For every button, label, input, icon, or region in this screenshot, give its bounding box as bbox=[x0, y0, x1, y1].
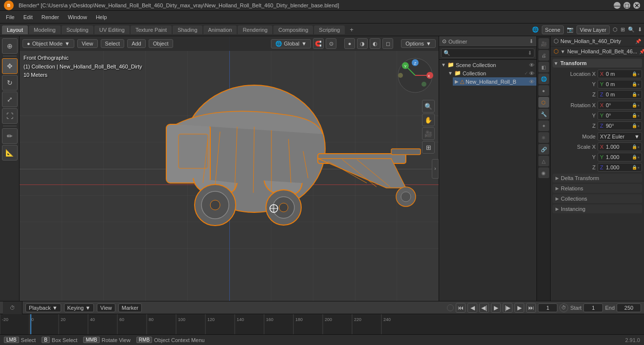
location-y-field[interactable]: Y 0 m 🔒 ● bbox=[598, 80, 642, 89]
viewport-shading-material[interactable]: ◑ bbox=[357, 38, 368, 49]
viewport-shading-wireframe[interactable]: ◻ bbox=[382, 38, 393, 49]
keyframe-dot-z[interactable]: ● bbox=[637, 92, 640, 97]
lock-rot-y[interactable]: 🔒 bbox=[632, 113, 637, 118]
proportional-edit-button[interactable]: ⊙ bbox=[326, 38, 336, 49]
tab-shading[interactable]: Shading bbox=[173, 25, 202, 34]
lock-scale-x[interactable]: 🔒 bbox=[632, 144, 637, 149]
camera-view-button[interactable]: 🎥 bbox=[422, 127, 435, 140]
tab-modeling[interactable]: Modeling bbox=[29, 25, 61, 34]
options-button[interactable]: Options ▼ bbox=[401, 39, 436, 48]
collections-section[interactable]: ▶ Collections bbox=[553, 194, 642, 203]
prop-tab-modifier[interactable]: 🔧 bbox=[538, 109, 549, 119]
tab-layout[interactable]: Layout bbox=[2, 25, 28, 34]
outliner-filter-icon[interactable]: ⬇ bbox=[529, 38, 533, 45]
menu-window[interactable]: Window bbox=[64, 13, 91, 21]
view-menu-timeline[interactable]: View bbox=[97, 303, 115, 312]
tab-animation[interactable]: Animation bbox=[203, 25, 237, 34]
outliner-item-object[interactable]: ▶ △ New_Holland_Roll_B 👁 bbox=[453, 77, 536, 86]
select-menu[interactable]: Select bbox=[101, 39, 125, 48]
transform-tool-btn[interactable]: ⛶ bbox=[2, 108, 18, 124]
keying-menu[interactable]: Keying ▼ bbox=[64, 303, 94, 312]
object-mode-button[interactable]: ● Object Mode ▼ bbox=[22, 39, 74, 48]
scale-y-field[interactable]: Y 1.000 🔒 ● bbox=[598, 153, 642, 161]
prop-tab-render[interactable]: 🎥 bbox=[538, 38, 549, 49]
next-keyframe-button[interactable]: |▶ bbox=[503, 303, 512, 313]
end-frame-input[interactable] bbox=[617, 303, 641, 312]
snap-button[interactable]: 🧲 bbox=[313, 38, 324, 49]
window-controls[interactable]: — □ ✕ bbox=[614, 2, 640, 9]
outliner-filter-btn[interactable]: ⬇ bbox=[528, 50, 532, 56]
prop-tab-data[interactable]: △ bbox=[538, 156, 549, 166]
toggle-quad-view-button[interactable]: ⊞ bbox=[422, 141, 435, 154]
add-menu[interactable]: Add bbox=[127, 39, 146, 48]
outliner-item-scene-collection[interactable]: ▼ 📁 Scene Collection 👁 bbox=[439, 61, 536, 69]
eye-icon-collection[interactable]: 👁 bbox=[529, 70, 534, 76]
lock-scale-y[interactable]: 🔒 bbox=[632, 155, 637, 160]
fps-button[interactable]: ⏱ bbox=[559, 303, 568, 312]
lock-rot-z[interactable]: 🔒 bbox=[632, 123, 637, 128]
menu-edit[interactable]: Edit bbox=[20, 13, 37, 21]
outliner-search-input[interactable] bbox=[452, 50, 526, 56]
keyframe-dot[interactable]: ● bbox=[637, 72, 640, 76]
transform-space-button[interactable]: 🌐 Global ▼ bbox=[271, 39, 311, 48]
prop-tab-particles[interactable]: ✦ bbox=[538, 120, 549, 131]
timeline-body[interactable]: -20 0 20 40 60 80 100 120 140 bbox=[0, 314, 644, 334]
viewport-shading-rendered[interactable]: ◐ bbox=[370, 38, 380, 49]
prop-tab-view-layer[interactable]: ◧ bbox=[538, 62, 549, 72]
obj-dropdown-icon[interactable]: ▼ bbox=[560, 49, 565, 54]
pin-icon[interactable]: 📌 bbox=[635, 39, 641, 44]
scale-x-field[interactable]: X 1.000 🔒 ● bbox=[598, 142, 642, 151]
prev-frame-button[interactable]: ◀ bbox=[467, 303, 477, 313]
eye-icon[interactable]: 👁 bbox=[529, 62, 534, 68]
prop-tab-world[interactable]: ● bbox=[538, 85, 549, 96]
prop-tab-scene[interactable]: 🌐 bbox=[538, 73, 549, 84]
location-z-field[interactable]: Z 0 m 🔒 ● bbox=[598, 90, 642, 99]
close-button[interactable]: ✕ bbox=[633, 2, 640, 9]
viewport[interactable]: ● Object Mode ▼ View Select Add Object 🌐… bbox=[20, 36, 439, 301]
lock-icon[interactable]: 🔒 bbox=[632, 71, 637, 76]
prop-tab-material[interactable]: ◉ bbox=[538, 167, 549, 178]
eye-icon-object[interactable]: 👁 bbox=[529, 79, 534, 85]
lock-rot-x[interactable]: 🔒 bbox=[632, 103, 637, 108]
rotation-x-field[interactable]: X 0° 🔒 ● bbox=[598, 101, 642, 110]
current-frame-input[interactable] bbox=[538, 303, 557, 312]
tab-texture-paint[interactable]: Texture Paint bbox=[131, 25, 172, 34]
prop-tab-physics[interactable]: ⚛ bbox=[538, 132, 549, 143]
measure-tool-btn[interactable]: 📐 bbox=[2, 145, 18, 161]
annotate-tool-btn[interactable]: ✏ bbox=[2, 128, 18, 144]
kf-scale-x[interactable]: ● bbox=[637, 145, 640, 149]
tab-rendering[interactable]: Rendering bbox=[238, 25, 272, 34]
tab-sculpting[interactable]: Sculpting bbox=[62, 25, 93, 34]
cursor-tool-btn[interactable]: ⊕ bbox=[2, 38, 18, 54]
menu-render[interactable]: Render bbox=[38, 13, 63, 21]
kf-rot-x[interactable]: ● bbox=[637, 103, 640, 108]
menu-help[interactable]: Help bbox=[92, 13, 111, 21]
lock-scale-z[interactable]: 🔒 bbox=[632, 165, 637, 170]
tab-uv-editing[interactable]: UV Editing bbox=[94, 25, 130, 34]
start-frame-input[interactable] bbox=[583, 303, 603, 312]
keyframe-dot-y[interactable]: ● bbox=[637, 82, 640, 87]
lock-icon-z[interactable]: 🔒 bbox=[632, 92, 637, 97]
play-button[interactable]: ▶ bbox=[491, 303, 501, 313]
kf-rot-y[interactable]: ● bbox=[637, 114, 640, 118]
prev-keyframe-button[interactable]: ◀| bbox=[479, 303, 489, 313]
mode-dropdown[interactable]: XYZ Euler ▼ bbox=[598, 132, 642, 141]
tab-scripting[interactable]: Scripting bbox=[314, 25, 345, 34]
rotation-z-field[interactable]: Z 90° 🔒 ● bbox=[598, 121, 642, 130]
minimize-button[interactable]: — bbox=[614, 2, 621, 9]
outliner-item-collection[interactable]: ▼ 📁 Collection ✓ 👁 bbox=[446, 69, 536, 77]
prop-tab-constraints[interactable]: 🔗 bbox=[538, 144, 549, 155]
kf-scale-y[interactable]: ● bbox=[637, 155, 640, 160]
scene-selector[interactable]: Scene bbox=[542, 25, 564, 34]
check-icon[interactable]: ✓ bbox=[524, 70, 528, 76]
kf-rot-z[interactable]: ● bbox=[637, 124, 640, 128]
location-x-field[interactable]: X 0 m 🔒 ● bbox=[598, 69, 642, 78]
marker-menu[interactable]: Marker bbox=[118, 303, 142, 312]
relations-section[interactable]: ▶ Relations bbox=[553, 184, 642, 193]
view-layer-selector[interactable]: View Layer bbox=[577, 25, 610, 34]
navigation-gizmo[interactable]: X Y Z bbox=[396, 56, 435, 95]
scale-z-field[interactable]: Z 1.000 🔒 ● bbox=[598, 163, 642, 172]
jump-to-start-button[interactable]: ⏮ bbox=[456, 303, 466, 313]
delta-transform-section[interactable]: ▶ Delta Transform bbox=[553, 174, 642, 183]
viewport-shading-solid[interactable]: ● bbox=[344, 38, 355, 49]
